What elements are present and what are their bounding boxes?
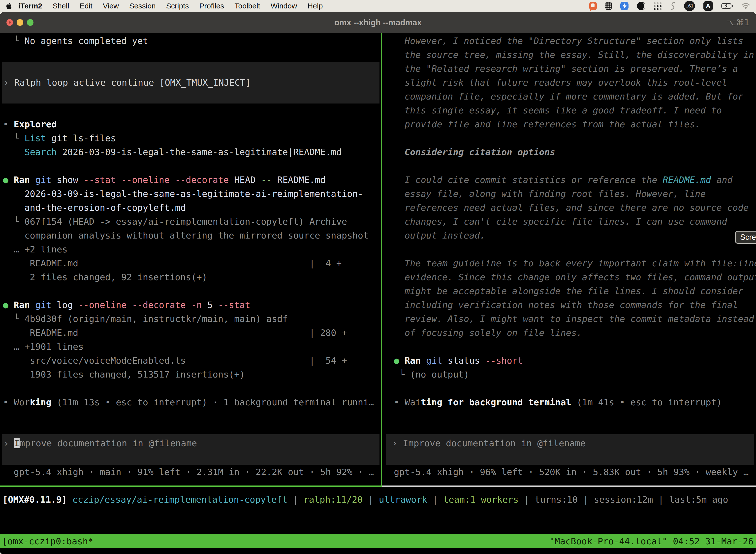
text-span: gpt-5.4 xhigh · main · 91% left · 2.31M … xyxy=(3,467,374,477)
terminal-line: 2 files changed, 92 insertions(+) xyxy=(0,270,381,284)
screen-overlay-button[interactable]: Scre xyxy=(735,231,756,244)
text-span: mprove documentation in @filename xyxy=(19,438,197,448)
text-span: ralph:11/20 xyxy=(304,494,363,505)
terminal-line: changes, I can't cite specific file line… xyxy=(382,215,756,229)
text-span: log xyxy=(51,300,78,310)
text-span: └ 067f154 (HEAD -> essay/ai-reimplementa… xyxy=(3,216,347,227)
lightning-badge-icon[interactable] xyxy=(620,2,629,10)
input-line: › Improve documentation in @filename xyxy=(386,436,754,450)
text-span xyxy=(186,300,191,310)
menu-item-window[interactable]: Window xyxy=(271,2,297,10)
text-span: output instead. xyxy=(394,230,485,240)
terminal-line: … +2 lines xyxy=(0,242,381,257)
keypad-shield-icon[interactable] xyxy=(605,2,612,10)
text-span: including verification notes with those … xyxy=(394,300,738,310)
text-span: • xyxy=(3,119,14,129)
text-span: might be acceptable alongside the file l… xyxy=(394,286,743,296)
text-span: Search xyxy=(24,147,57,157)
window-title-bar: omx --xhigh --madmax ⌥⌘1 xyxy=(0,12,756,33)
apple-logo-icon[interactable] xyxy=(6,2,12,10)
text-span: review. Also, I might want to inspect th… xyxy=(394,314,754,324)
dots-grid-icon[interactable] xyxy=(654,2,662,10)
wifi-icon[interactable] xyxy=(742,3,750,9)
menu-item-profiles[interactable]: Profiles xyxy=(199,2,224,10)
terminal-line xyxy=(0,284,381,298)
terminal-pane-left[interactable]: └ No agents completed yet› Ralph loop ac… xyxy=(0,33,381,486)
menu-item-toolbelt[interactable]: Toolbelt xyxy=(235,2,260,10)
text-span: and xyxy=(711,175,733,185)
terminal-line: the source tree, missing the essay. Stil… xyxy=(382,48,756,62)
squiggle-icon[interactable] xyxy=(670,2,676,10)
text-span: › xyxy=(3,77,14,88)
menubar-status-icons: ..61 A xyxy=(589,1,750,11)
text-span: gpt-5.4 xhigh · 96% left · 520K in · 5.8… xyxy=(394,467,749,477)
menu-item-help[interactable]: Help xyxy=(308,2,323,10)
counter-badge-icon[interactable]: ..61 xyxy=(684,1,695,11)
text-span: companion analysis without altering the … xyxy=(3,230,369,240)
text-span: README.md | 280 + xyxy=(3,328,347,338)
text-span: git xyxy=(35,300,51,310)
terminal-line xyxy=(382,159,756,173)
text-span: and-the-erosion-of-copyleft.md xyxy=(3,203,186,213)
text-span: Ran xyxy=(14,300,30,310)
terminal-pane-right[interactable]: However, I noticed the "Directory Struct… xyxy=(382,33,756,486)
terminal-line: • Working (11m 13s • esc to interrupt) ·… xyxy=(0,395,381,409)
text-span: --decorate xyxy=(175,175,229,185)
text-span xyxy=(30,175,35,185)
right-prompt-input[interactable]: › Improve documentation in @filename xyxy=(386,434,754,465)
terminal-line: including verification notes with those … xyxy=(382,298,756,312)
menu-item-scripts[interactable]: Scripts xyxy=(166,2,189,10)
text-span xyxy=(67,494,72,505)
text-span: -n xyxy=(191,300,202,310)
text-span: … +1901 lines xyxy=(3,341,83,352)
text-span: └ (no output) xyxy=(394,369,469,380)
terminal-line xyxy=(0,382,381,395)
text-span: No agents completed yet xyxy=(24,36,148,46)
menu-item-session[interactable]: Session xyxy=(129,2,156,10)
terminal-line xyxy=(382,382,756,395)
text-span: README.md xyxy=(272,175,326,185)
menu-item-iterm2[interactable]: iTerm2 xyxy=(18,2,42,10)
record-chat-icon[interactable] xyxy=(589,2,597,10)
text-span: List xyxy=(24,133,46,143)
terminal-line: … +1901 lines xyxy=(0,340,381,354)
text-span: changes, I can't cite specific file line… xyxy=(394,216,727,227)
left-prompt-input[interactable]: › Improve documentation in @filename xyxy=(2,434,379,465)
text-span: | xyxy=(288,494,304,505)
text-span: --short xyxy=(485,355,523,366)
terminal-line: • Waiting for background terminal (1m 41… xyxy=(382,395,756,409)
terminal-line xyxy=(2,62,379,76)
text-span xyxy=(170,175,175,185)
text-span: HEAD xyxy=(229,175,261,185)
terminal-line: src/voice/voiceModeEnabled.ts | 54 + xyxy=(0,354,381,368)
text-span: (11m 13s • esc to interrupt) · 1 backgro… xyxy=(51,397,374,407)
text-span: Ran xyxy=(404,355,421,366)
menu-item-view[interactable]: View xyxy=(103,2,119,10)
menu-item-edit[interactable]: Edit xyxy=(80,2,92,10)
terminal-line: companion analysis without altering the … xyxy=(0,229,381,242)
text-span: 2 files changed, 92 insertions(+) xyxy=(3,272,207,282)
menu-bar: iTerm2ShellEditViewSessionScriptsProfile… xyxy=(0,0,756,12)
text-span: › Improve documentation in @filename xyxy=(392,438,586,448)
text-span: | xyxy=(427,494,443,505)
text-span: | xyxy=(363,494,379,505)
window-title: omx --xhigh --madmax xyxy=(0,12,756,33)
terminal-line: └ No agents completed yet xyxy=(0,34,381,48)
text-span: • Wai xyxy=(394,397,421,407)
letter-a-icon[interactable]: A xyxy=(703,1,713,11)
text-span: cczip/essay/ai-reimplementation-copyleft xyxy=(72,494,288,505)
terminal-line: and-the-erosion-of-copyleft.md xyxy=(0,201,381,215)
text-span: evidence. Since this change only affects… xyxy=(394,272,756,282)
terminal-line: └ (no output) xyxy=(382,368,756,382)
terminal-line: might be acceptable alongside the file l… xyxy=(382,284,756,298)
menu-item-shell[interactable]: Shell xyxy=(53,2,69,10)
desktop: { "menu_bar": { "items": ["iTerm2", "She… xyxy=(0,0,756,554)
pane-bottom-border xyxy=(0,486,756,487)
crescent-icon[interactable] xyxy=(637,2,645,10)
text-span: I could cite commit statistics or refere… xyxy=(394,175,663,185)
text-span: └ xyxy=(3,133,24,143)
text-span: slight risk that future readers may over… xyxy=(394,77,727,88)
terminal-line: ● Ran git show --stat --oneline --decora… xyxy=(0,173,381,187)
battery-icon[interactable] xyxy=(721,3,733,9)
menu-items: iTerm2ShellEditViewSessionScriptsProfile… xyxy=(16,2,328,10)
